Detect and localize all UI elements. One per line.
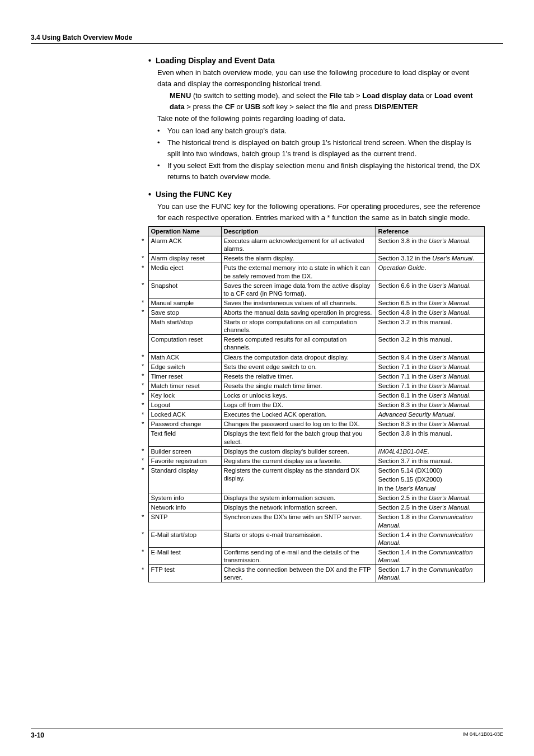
- desc-cell: Checks the connection between the DX and…: [221, 565, 376, 582]
- ref-cell: Section 8.1 in the User's Manual.: [376, 390, 484, 400]
- op-cell: Favorite registration: [148, 456, 221, 465]
- star-cell: *: [140, 465, 148, 493]
- table-row: Math start/stopStarts or stops computati…: [140, 318, 484, 335]
- desc-cell: Displays the network information screen.: [221, 503, 376, 512]
- star-cell: *: [140, 530, 148, 547]
- desc-cell: Confirms sending of e-mail and the detai…: [221, 547, 376, 564]
- star-cell: *: [140, 371, 148, 381]
- desc-cell: Displays the text field for the batch gr…: [221, 429, 376, 446]
- star-cell: *: [140, 390, 148, 400]
- table-row: *Math ACKClears the computation data dro…: [140, 352, 484, 362]
- menu-b: (to switch to setting mode), and select …: [191, 91, 329, 100]
- blank-header: [140, 227, 148, 236]
- ref-cell: Section 6.6 in the User's Manual.: [376, 281, 484, 298]
- star-cell: *: [140, 446, 148, 456]
- ref-cell: Advanced Security Manual.: [376, 410, 484, 419]
- menu-i: CF: [225, 102, 235, 111]
- star-cell: *: [140, 456, 148, 465]
- desc-cell: Locks or unlocks keys.: [221, 390, 376, 400]
- op-cell: E-Mail test: [148, 547, 221, 564]
- th-description: Description: [221, 227, 376, 236]
- func-section: • Using the FUNC Key You can use the FUN…: [148, 190, 484, 582]
- desc-cell: Resets the relative timer.: [221, 371, 376, 381]
- star-cell: *: [140, 281, 148, 298]
- op-cell: Save stop: [148, 307, 221, 317]
- loading-p2: Take note of the following points regard…: [157, 113, 484, 124]
- table-row: *Builder screenDisplays the custom displ…: [140, 446, 484, 456]
- ref-cell: Section 3.8 in this manual.: [376, 429, 484, 446]
- ref-cell: Section 3.2 in this manual.: [376, 335, 484, 352]
- table-row: *Favorite registrationRegisters the curr…: [140, 456, 484, 465]
- desc-cell: Starts or stops e-mail transmission.: [221, 530, 376, 547]
- table-row: *Media ejectPuts the external memory int…: [140, 263, 484, 281]
- table-row: *Locked ACKExecutes the Locked ACK opera…: [140, 410, 484, 419]
- op-cell: Alarm ACK: [148, 236, 221, 254]
- list-item-text: The historical trend is displayed on bat…: [167, 137, 484, 159]
- desc-cell: Saves the instantaneous values of all ch…: [221, 298, 376, 307]
- desc-cell: Saves the screen image data from the act…: [221, 281, 376, 298]
- op-cell: Math ACK: [148, 352, 221, 362]
- page-number: 3-10: [31, 731, 44, 739]
- header-rule: [31, 43, 503, 44]
- star-cell: [140, 335, 148, 352]
- desc-cell: Clears the computation data dropout disp…: [221, 352, 376, 362]
- ref-cell: Section 1.8 in the Communication Manual.: [376, 512, 484, 530]
- star-cell: *: [140, 419, 148, 429]
- op-cell: Logout: [148, 400, 221, 410]
- star-cell: [140, 318, 148, 335]
- bullet-icon: •: [148, 190, 151, 199]
- func-heading: • Using the FUNC Key: [148, 190, 484, 199]
- loading-bullets: •You can load any batch group's data.•Th…: [157, 125, 484, 183]
- ref-cell: Section 7.1 in the User's Manual.: [376, 381, 484, 390]
- table-body: *Alarm ACKExecutes alarm acknowledgement…: [140, 236, 484, 582]
- menu-h: > press the: [185, 102, 225, 111]
- menu-l: soft key > select the file and press: [260, 102, 374, 111]
- desc-cell: Changes the password used to log on to t…: [221, 419, 376, 429]
- star-cell: *: [140, 307, 148, 317]
- op-cell: System info: [148, 493, 221, 503]
- bullet-icon: •: [157, 160, 163, 182]
- desc-cell: Resets the single match time timer.: [221, 381, 376, 390]
- loading-menu-line: MENU (to switch to setting mode), and se…: [170, 90, 484, 112]
- table-row: *Standard displayRegisters the current d…: [140, 465, 484, 493]
- op-cell: Password change: [148, 419, 221, 429]
- list-item: •You can load any batch group's data.: [157, 125, 484, 137]
- loading-section: • Loading Display and Event Data Even wh…: [148, 56, 484, 182]
- th-reference: Reference: [376, 227, 484, 236]
- table-row: *Password changeChanges the password use…: [140, 419, 484, 429]
- menu-c: File: [329, 91, 341, 100]
- list-item-text: If you select Exit from the display sele…: [167, 160, 484, 182]
- desc-cell: Displays the system information screen.: [221, 493, 376, 503]
- table-row: Computation resetResets computed results…: [140, 335, 484, 352]
- bullet-icon: •: [148, 56, 151, 65]
- content-area: • Loading Display and Event Data Even wh…: [148, 56, 484, 582]
- desc-cell: Starts or stops computations on all comp…: [221, 318, 376, 335]
- op-cell: Timer reset: [148, 371, 221, 381]
- ref-cell: Section 7.1 in the User's Manual.: [376, 362, 484, 371]
- desc-cell: Logs off from the DX.: [221, 400, 376, 410]
- ref-cell: Section 8.3 in the User's Manual.: [376, 419, 484, 429]
- ref-cell: Section 9.4 in the User's Manual.: [376, 352, 484, 362]
- list-item-text: You can load any batch group's data.: [167, 125, 287, 137]
- op-cell: Match timer reset: [148, 381, 221, 390]
- ref-cell: Section 1.4 in the Communication Manual.: [376, 530, 484, 547]
- page-footer: 3-10 IM 04L41B01-03E: [31, 729, 503, 739]
- table-row: *LogoutLogs off from the DX.Section 8.3 …: [140, 400, 484, 410]
- desc-cell: Synchronizes the DX's time with an SNTP …: [221, 512, 376, 530]
- th-operation: Operation Name: [148, 227, 221, 236]
- func-title: Using the FUNC Key: [156, 190, 232, 199]
- ref-cell: Section 6.5 in the User's Manual.: [376, 298, 484, 307]
- loading-title: Loading Display and Event Data: [156, 56, 275, 65]
- doc-id: IM 04L41B01-03E: [462, 731, 503, 739]
- star-cell: *: [140, 547, 148, 564]
- func-p1: You can use the FUNC key for the followi…: [157, 201, 484, 223]
- ref-cell: Section 3.12 in the User's Manual.: [376, 254, 484, 263]
- star-cell: *: [140, 263, 148, 281]
- op-cell: Snapshot: [148, 281, 221, 298]
- desc-cell: Resets the alarm display.: [221, 254, 376, 263]
- ref-cell: Section 7.1 in the User's Manual.: [376, 371, 484, 381]
- table-row: Network infoDisplays the network informa…: [140, 503, 484, 512]
- desc-cell: Puts the external memory into a state in…: [221, 263, 376, 281]
- table-row: *FTP testChecks the connection between t…: [140, 565, 484, 582]
- op-cell: SNTP: [148, 512, 221, 530]
